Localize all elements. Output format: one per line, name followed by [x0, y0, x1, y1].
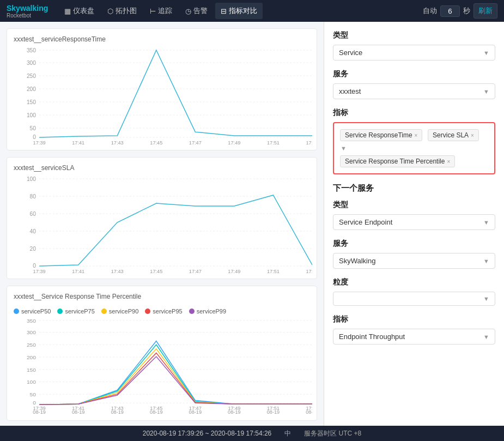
section2-metric-label: 指标 — [333, 315, 495, 324]
chart-area-3: 350 300 250 200 150 100 50 0 — [11, 318, 312, 416]
legend-p50: serviceP50 — [14, 308, 51, 315]
nav-dashboard[interactable]: ▦ 仪表盘 — [59, 3, 100, 19]
chart-title-1: xxxtest__serviceResponseTime — [11, 35, 312, 43]
type-label: 类型 — [333, 31, 495, 40]
section2-service-select[interactable]: SkyWalking ▼ — [333, 253, 495, 269]
legend-label-p95: serviceP95 — [153, 308, 182, 315]
svg-text:350: 350 — [27, 318, 37, 323]
svg-text:0: 0 — [33, 400, 36, 406]
nav-alert[interactable]: ◷ 告警 — [180, 3, 213, 19]
svg-text:08-19: 08-19 — [306, 410, 312, 415]
svg-text:200: 200 — [27, 354, 37, 360]
nav-compare[interactable]: ⊟ 指标对比 — [215, 3, 263, 19]
auto-refresh-area: 自动 6 秒 刷新 — [423, 3, 497, 19]
legend-label-p99: serviceP99 — [197, 308, 226, 315]
svg-text:08-19: 08-19 — [150, 410, 163, 415]
svg-text:20: 20 — [30, 246, 37, 252]
service-value: xxxtest — [339, 87, 361, 95]
svg-text:350: 350 — [27, 47, 36, 53]
nav-trace[interactable]: ⊢ 追踪 — [144, 3, 178, 19]
nav-alert-label: 告警 — [193, 6, 208, 16]
nav-topology[interactable]: ⬡ 拓扑图 — [102, 3, 142, 19]
chart-area-1: 350 300 250 200 150 100 50 0 17:39 08-19… — [11, 47, 312, 146]
interval-input[interactable]: 6 — [440, 5, 460, 17]
compare-icon: ⊟ — [221, 7, 227, 15]
logo-area: Skywalking Rocketbot — [7, 4, 48, 19]
section2-granularity-select[interactable]: ▼ — [333, 292, 495, 306]
service-label: 服务 — [333, 69, 495, 79]
legend-dot-p75 — [57, 309, 63, 314]
section2-metric: 指标 Endpoint Throughput ▼ — [333, 315, 495, 345]
metric-tag-close-0[interactable]: × — [415, 132, 418, 138]
nav-topology-label: 拓扑图 — [116, 6, 137, 16]
svg-text:08-19: 08-19 — [33, 273, 46, 274]
metric-tags-box: Service ResponseTime × Service SLA × ▼ S… — [333, 122, 495, 174]
section2-type-select[interactable]: Service Endpoint ▼ — [333, 214, 495, 230]
section2-type: 类型 Service Endpoint ▼ — [333, 200, 495, 230]
svg-text:08-19: 08-19 — [111, 144, 124, 146]
logo-sub: Rocketbot — [7, 13, 48, 19]
section2-type-label: 类型 — [333, 200, 495, 210]
section2-metric-arrow: ▼ — [483, 334, 489, 340]
svg-text:100: 100 — [27, 176, 36, 182]
auto-label: 自动 — [423, 6, 437, 16]
next-service-separator: 下一个服务 — [333, 183, 495, 194]
section2-type-value: Service Endpoint — [339, 218, 392, 226]
service-select[interactable]: xxxtest ▼ — [333, 83, 495, 99]
legend-dot-p50 — [14, 309, 19, 314]
legend-dot-p90 — [101, 309, 107, 314]
nav-trace-label: 追踪 — [158, 6, 172, 16]
svg-text:08-19: 08-19 — [306, 144, 312, 146]
topnav: Skywalking Rocketbot ▦ 仪表盘 ⬡ 拓扑图 ⊢ 追踪 ◷ … — [0, 0, 504, 22]
trace-icon: ⊢ — [150, 7, 156, 15]
svg-text:200: 200 — [27, 86, 36, 92]
type-value: Service — [339, 49, 362, 57]
svg-text:08-19: 08-19 — [150, 144, 163, 146]
nav-compare-label: 指标对比 — [229, 6, 257, 16]
chart-legend-3: serviceP50 serviceP75 serviceP90 service… — [11, 305, 312, 318]
type-select[interactable]: Service ▼ — [333, 45, 495, 61]
metric-tag-0: Service ResponseTime × — [340, 129, 422, 141]
main-layout: xxxtest__serviceResponseTime 350 300 250 — [0, 22, 504, 426]
metric-tag-close-1[interactable]: × — [471, 132, 474, 138]
svg-text:08-19: 08-19 — [111, 410, 124, 415]
metric-tags-wrapper: Service ResponseTime × Service SLA × ▼ S… — [333, 122, 495, 174]
section2-metric-select[interactable]: Endpoint Throughput ▼ — [333, 329, 495, 345]
svg-text:08-19: 08-19 — [72, 273, 85, 274]
left-panel: xxxtest__serviceResponseTime 350 300 250 — [0, 22, 324, 426]
nav-dashboard-label: 仪表盘 — [73, 6, 94, 16]
section2-service-label: 服务 — [333, 239, 495, 249]
chart-card-3: xxxtest__Service Response Time Percentil… — [7, 286, 317, 421]
legend-p90: serviceP90 — [101, 308, 138, 315]
metric-tag-close-2[interactable]: × — [447, 159, 450, 165]
chart-card-1: xxxtest__serviceResponseTime 350 300 250 — [7, 28, 317, 150]
section-type: 类型 Service ▼ — [333, 31, 495, 61]
svg-text:08-19: 08-19 — [267, 144, 280, 146]
metric-tag-label-0: Service ResponseTime — [345, 131, 412, 139]
svg-text:50: 50 — [30, 391, 37, 397]
metric-expand-arrow[interactable]: ▼ — [341, 145, 347, 152]
topology-icon: ⬡ — [107, 7, 113, 15]
type-select-arrow: ▼ — [483, 50, 489, 56]
svg-text:08-19: 08-19 — [228, 273, 241, 274]
svg-text:08-19: 08-19 — [189, 273, 202, 274]
svg-text:08-19: 08-19 — [72, 144, 85, 146]
svg-text:08-19: 08-19 — [33, 144, 46, 146]
section2-granularity-arrow: ▼ — [483, 295, 489, 302]
svg-text:150: 150 — [27, 367, 37, 373]
svg-text:40: 40 — [30, 228, 37, 234]
svg-text:08-19: 08-19 — [228, 410, 241, 415]
legend-p75: serviceP75 — [57, 308, 94, 315]
legend-p99: serviceP99 — [189, 308, 226, 315]
alert-icon: ◷ — [185, 7, 191, 15]
metric-label: 指标 — [333, 108, 495, 118]
chart-title-2: xxxtest__serviceSLA — [11, 164, 312, 172]
right-panel: 类型 Service ▼ 服务 xxxtest ▼ 指标 Service Res… — [324, 22, 504, 426]
refresh-button[interactable]: 刷新 — [473, 3, 497, 19]
svg-text:150: 150 — [27, 99, 36, 105]
svg-text:300: 300 — [27, 60, 36, 66]
section2-type-arrow: ▼ — [483, 219, 489, 226]
dashboard-icon: ▦ — [64, 7, 71, 15]
chart-area-2: 100 80 60 40 20 0 17:39 08-19 17:41 08-1… — [11, 176, 312, 274]
legend-dot-p99 — [189, 309, 195, 314]
